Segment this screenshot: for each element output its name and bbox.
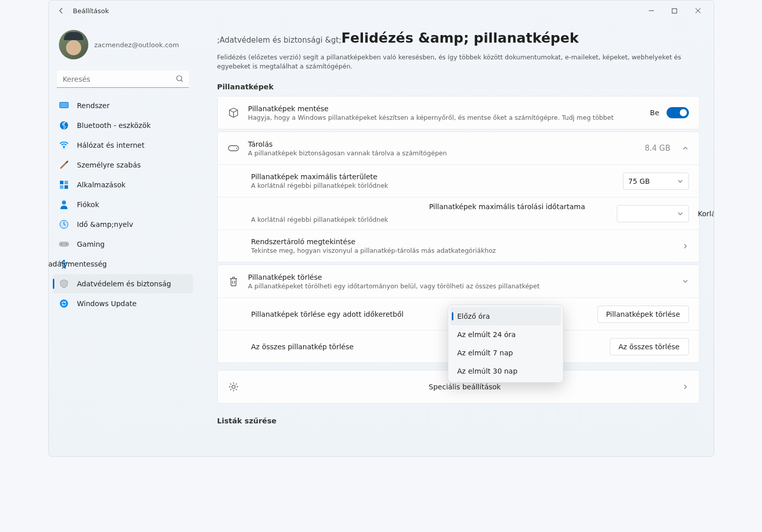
toggle-state-label: Be (650, 109, 659, 117)
max-storage-sub: A korlátnál régebbi pillanatképek törlőd… (251, 182, 623, 189)
svg-point-19 (236, 148, 237, 149)
titlebar: Beállítások (49, 1, 714, 21)
svg-rect-7 (64, 181, 68, 184)
chevron-down-icon (682, 278, 689, 285)
section-filter-heading: Listák szűrése (217, 417, 700, 425)
trash-icon (228, 276, 239, 287)
chevron-right-icon (682, 383, 689, 390)
search-box (57, 71, 189, 88)
svg-point-10 (62, 201, 66, 205)
page-description: Felidézés (előzetes verzió) segít a pill… (217, 53, 700, 71)
delete-header-row[interactable]: Pillanatképek törlése A pillanatképeket … (218, 265, 699, 297)
brush-icon (59, 160, 69, 170)
dropdown-option[interactable]: Az elmúlt 7 nap (450, 344, 561, 362)
person-icon (59, 200, 69, 210)
save-snapshots-title: Pillanatképek mentése (248, 105, 650, 113)
clock-icon (59, 219, 69, 229)
delete-all-button[interactable]: Az összes törlése (610, 338, 689, 355)
svg-point-14 (61, 244, 62, 245)
section-snapshots-heading: Pillanatképek (217, 83, 700, 91)
view-storage-row[interactable]: Rendszertároló megtekintése Tekintse meg… (218, 229, 699, 262)
svg-rect-9 (64, 185, 68, 189)
max-time-select[interactable] (617, 205, 689, 222)
max-time-row: Pillanatképek maximális tárolási időtart… (218, 197, 699, 229)
sidebar: zacmendez@outlook.com Rendszer Bluetooth… (49, 21, 197, 456)
card-storage: Tárolás A pillanatképek biztonságosan va… (217, 131, 700, 262)
nav-item-system[interactable]: Rendszer (53, 96, 193, 115)
minimize-icon (648, 8, 654, 14)
display-icon (59, 101, 69, 111)
delete-range-title: Pillanatképek törlése egy adott időkeret… (251, 310, 477, 318)
arrow-left-icon (57, 7, 64, 14)
maximize-button[interactable] (663, 3, 686, 19)
time-range-dropdown: Előző óra Az elmúlt 24 óra Az elmúlt 7 n… (448, 305, 564, 383)
delete-sub: A pillanatképeket törölheti egy időtarto… (248, 282, 682, 290)
storage-sub: A pillanatképek biztonságosan vannak tár… (248, 149, 645, 157)
storage-value: 8.4 GB (645, 144, 671, 153)
card-delete-snapshots: Pillanatképek törlése A pillanatképeket … (217, 264, 700, 363)
svg-point-17 (60, 300, 68, 308)
save-snapshots-sub: Hagyja, hogy a Windows pillanatképeket k… (248, 114, 650, 121)
nav-item-personalization[interactable]: Személyre szabás (53, 155, 193, 175)
chevron-down-icon (677, 178, 683, 184)
svg-rect-13 (59, 242, 69, 247)
gear-icon (228, 381, 239, 392)
chevron-down-icon (677, 211, 683, 217)
max-storage-row: Pillanatképek maximális tárterülete A ko… (218, 164, 699, 197)
close-button[interactable] (686, 3, 710, 19)
nav-item-network[interactable]: Hálózat és internet (53, 136, 193, 155)
view-storage-sub: Tekintse meg, hogyan viszonyul a pillana… (251, 247, 682, 254)
storage-header-row[interactable]: Tárolás A pillanatképek biztonságosan va… (218, 132, 699, 164)
bluetooth-icon (59, 120, 69, 130)
delete-range-button[interactable]: Pillanatképek törlése (598, 306, 689, 323)
dropdown-option[interactable]: Előző óra (450, 307, 561, 325)
view-storage-title: Rendszertároló megtekintése (251, 238, 682, 246)
nav-item-bluetooth[interactable]: Bluetooth - eszközök (53, 116, 193, 135)
hdd-icon (228, 143, 239, 154)
svg-rect-0 (672, 9, 677, 13)
dropdown-option[interactable]: Az elmúlt 24 óra (450, 325, 561, 344)
nav-item-accessibility[interactable]: Akadálymentesség (53, 254, 193, 274)
advanced-title: Speciális beállítások (248, 383, 682, 391)
profile-block[interactable]: zacmendez@outlook.com (53, 26, 193, 69)
chevron-right-icon (682, 243, 689, 250)
svg-point-20 (231, 385, 235, 388)
delete-title: Pillanatképek törlése (248, 273, 682, 281)
max-storage-title: Pillanatképek maximális tárterülete (251, 173, 623, 181)
shield-icon (59, 279, 69, 289)
page-title: Felidézés &amp; pillanatképek (341, 30, 579, 46)
search-icon (176, 75, 184, 83)
minimize-button[interactable] (640, 3, 663, 19)
svg-rect-8 (60, 185, 63, 189)
svg-rect-6 (60, 181, 63, 184)
nav-item-accounts[interactable]: Fiókok (53, 195, 193, 214)
settings-window: Beállítások zacmendez@outlook.com Rendsz… (48, 0, 714, 457)
save-snapshots-toggle[interactable] (667, 107, 689, 118)
storage-title: Tárolás (248, 140, 645, 148)
nav-list: Rendszer Bluetooth - eszközök Hálózat és… (53, 96, 193, 313)
nav-item-gaming[interactable]: Gaming (53, 235, 193, 254)
breadcrumb[interactable]: ;Adatvédelem és biztonsági &gt; (217, 36, 342, 45)
svg-point-1 (177, 76, 182, 81)
app-title: Beállítások (73, 7, 109, 15)
svg-rect-3 (60, 103, 68, 108)
avatar (59, 30, 88, 59)
dropdown-option[interactable]: Az elmúlt 30 nap (450, 362, 561, 380)
maximize-icon (672, 8, 677, 14)
svg-point-5 (63, 147, 64, 149)
close-icon (695, 8, 701, 14)
search-input[interactable] (57, 71, 189, 88)
cube-icon (228, 107, 239, 118)
profile-email: zacmendez@outlook.com (94, 41, 179, 49)
back-button[interactable] (53, 3, 69, 19)
gamepad-icon (59, 239, 69, 249)
max-time-sub: A korlátnál régebbi pillanatképek törlőd… (251, 216, 617, 223)
chevron-up-icon (682, 145, 689, 152)
nav-item-apps[interactable]: Alkalmazások (53, 175, 193, 194)
max-storage-select[interactable]: 75 GB (623, 173, 689, 190)
nav-item-time-language[interactable]: Idő &amp;nyelv (53, 215, 193, 234)
svg-point-15 (66, 244, 67, 245)
nav-item-windows-update[interactable]: Windows Update (53, 294, 193, 313)
nav-item-privacy[interactable]: Adatvédelem és biztonság (53, 274, 193, 293)
card-save-snapshots: Pillanatképek mentése Hagyja, hogy a Win… (217, 96, 700, 129)
